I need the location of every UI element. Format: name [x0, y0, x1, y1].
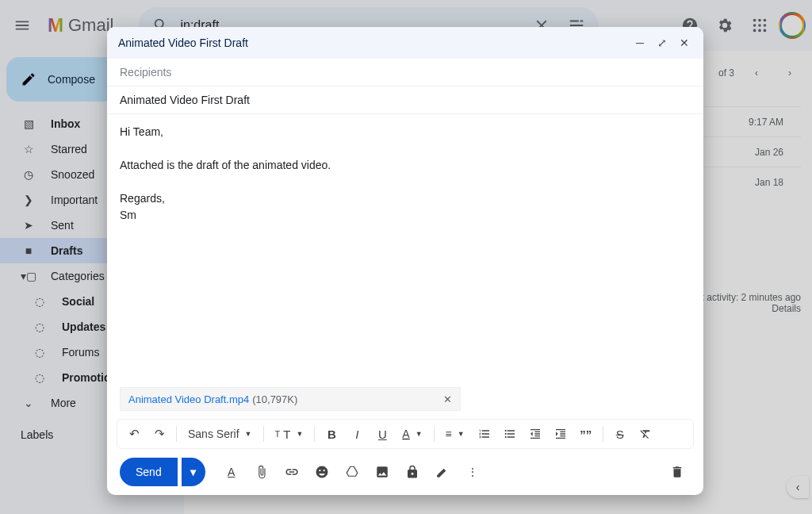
format-toolbar: ↶ ↷ Sans Serif▼ TT▼ B I U A▼ ≡▼ ”” S: [117, 419, 694, 449]
close-button[interactable]: ✕: [676, 35, 692, 51]
remove-attachment-button[interactable]: ✕: [443, 393, 452, 405]
insert-drive-button[interactable]: [339, 458, 366, 485]
underline-button[interactable]: U: [370, 422, 394, 446]
quote-button[interactable]: ””: [574, 422, 598, 446]
insert-link-button[interactable]: [278, 458, 305, 485]
attachment-chip[interactable]: Animated Video Draft.mp4 (10,797K) ✕: [120, 387, 461, 411]
dialog-header[interactable]: Animated Video First Draft ─ ⤢ ✕: [107, 27, 703, 59]
more-options-button[interactable]: ⋮: [459, 458, 486, 485]
format-toggle-button[interactable]: A: [218, 458, 245, 485]
insert-photo-button[interactable]: [369, 458, 396, 485]
attach-file-button[interactable]: [248, 458, 275, 485]
send-bar: Send ▼ A ⋮: [107, 449, 703, 495]
compose-dialog: Animated Video First Draft ─ ⤢ ✕ Recipie…: [107, 27, 703, 495]
indent-more-button[interactable]: [549, 422, 573, 446]
bold-button[interactable]: B: [320, 422, 343, 446]
minimize-button[interactable]: ─: [632, 35, 648, 51]
recipients-field[interactable]: Recipients: [107, 59, 703, 86]
strikethrough-button[interactable]: S: [608, 422, 632, 446]
attachment-size: (10,797K): [252, 393, 297, 405]
align-button[interactable]: ≡▼: [439, 422, 471, 446]
font-family-select[interactable]: Sans Serif▼: [182, 422, 259, 446]
attachment-name: Animated Video Draft.mp4: [128, 393, 249, 405]
message-body[interactable]: Hi Team, Attached is the draft of the an…: [107, 114, 703, 387]
expand-button[interactable]: ⤢: [654, 35, 670, 51]
confidential-mode-button[interactable]: [399, 458, 426, 485]
undo-button[interactable]: ↶: [122, 422, 146, 446]
indent-less-button[interactable]: [523, 422, 547, 446]
text-color-button[interactable]: A▼: [396, 422, 428, 446]
numbered-list-button[interactable]: [473, 422, 496, 446]
insert-emoji-button[interactable]: [308, 458, 335, 485]
italic-button[interactable]: I: [345, 422, 369, 446]
discard-draft-button[interactable]: [664, 458, 691, 485]
redo-button[interactable]: ↷: [147, 422, 171, 446]
subject-field[interactable]: Animated Video First Draft: [107, 86, 703, 114]
send-options-button[interactable]: ▼: [182, 458, 205, 486]
dialog-title: Animated Video First Draft: [118, 36, 248, 49]
bulleted-list-button[interactable]: [498, 422, 522, 446]
insert-signature-button[interactable]: [429, 458, 456, 485]
remove-formatting-button[interactable]: [634, 422, 657, 446]
font-size-select[interactable]: TT▼: [269, 422, 310, 446]
send-button[interactable]: Send: [120, 458, 178, 486]
